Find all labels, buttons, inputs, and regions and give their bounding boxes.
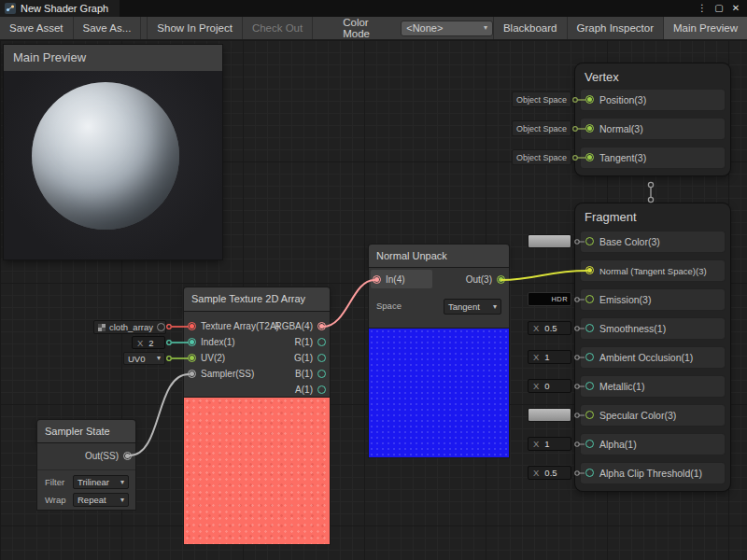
port-label: Out(SS) bbox=[85, 451, 119, 461]
menu-icon[interactable]: ⋮ bbox=[696, 0, 709, 17]
vertex-row-tangent[interactable]: Tangent(3) bbox=[581, 147, 725, 168]
fragment-row-ambient-occlusion[interactable]: Ambient Occlusion(1) bbox=[581, 347, 725, 368]
fragment-row-alpha-clip[interactable]: Alpha Clip Threshold(1) bbox=[581, 463, 725, 483]
save-asset-button[interactable]: Save Asset bbox=[0, 17, 74, 39]
maximize-icon[interactable]: ▢ bbox=[712, 0, 726, 17]
output-row: Out(3) bbox=[462, 272, 509, 287]
port-a-output[interactable] bbox=[317, 385, 326, 394]
port-ambient-occlusion[interactable] bbox=[585, 353, 594, 361]
object-space-tag[interactable]: Object Space bbox=[512, 120, 571, 136]
check-out-button: Check Out bbox=[243, 17, 313, 39]
x-label: X bbox=[137, 338, 143, 348]
port-b-output[interactable] bbox=[317, 370, 326, 378]
port-metallic[interactable] bbox=[585, 382, 594, 390]
port-emission[interactable] bbox=[585, 295, 594, 303]
row-label: Normal (Tangent Space)(3) bbox=[599, 266, 707, 276]
output-row: G(1) bbox=[290, 350, 330, 366]
ambient-occlusion-value: 1 bbox=[544, 352, 549, 362]
show-in-project-button[interactable]: Show In Project bbox=[147, 17, 243, 39]
port-specular-color[interactable] bbox=[585, 411, 594, 419]
port-out-output[interactable] bbox=[497, 275, 505, 284]
graph-inspector-toggle[interactable]: Graph Inspector bbox=[567, 17, 663, 39]
port-g-output[interactable] bbox=[317, 354, 326, 362]
save-as-button[interactable]: Save As... bbox=[74, 17, 142, 39]
object-picker-icon[interactable] bbox=[157, 323, 165, 331]
port-base-color[interactable] bbox=[585, 237, 594, 245]
port-alpha-clip-threshold[interactable] bbox=[585, 469, 594, 477]
fragment-row-smoothness[interactable]: Smoothness(1) bbox=[581, 318, 725, 339]
index-value-field[interactable]: X 2 bbox=[132, 336, 165, 349]
row-label: Position(3) bbox=[599, 94, 646, 105]
row-label: Alpha(1) bbox=[599, 439, 637, 450]
port-tangent[interactable] bbox=[585, 153, 594, 161]
space-dropdown[interactable]: Tangent ▾ bbox=[444, 299, 501, 315]
port-position[interactable] bbox=[585, 95, 594, 104]
row-label: Normal(3) bbox=[599, 123, 643, 134]
uv-channel-dropdown[interactable]: UV0 ▾ bbox=[123, 352, 165, 365]
color-mode-dropdown[interactable]: <None> ▾ bbox=[401, 21, 493, 36]
fragment-block[interactable]: Fragment Base Color(3) Normal (Tangent S… bbox=[575, 203, 730, 491]
fragment-row-emission[interactable]: Emission(3) bbox=[581, 289, 725, 310]
port-normal[interactable] bbox=[585, 124, 594, 133]
row-label: Ambient Occlusion(1) bbox=[599, 352, 693, 363]
row-label: Smoothness(1) bbox=[599, 323, 666, 334]
sample-texture-node-header[interactable]: Sample Texture 2D Array bbox=[184, 287, 330, 311]
document-tab[interactable]: New Shader Graph bbox=[0, 0, 120, 17]
window-title: New Shader Graph bbox=[21, 3, 108, 14]
output-row: B(1) bbox=[291, 366, 330, 382]
emission-hdr-swatch[interactable]: HDR bbox=[528, 292, 571, 306]
filter-dropdown[interactable]: Trilinear ▾ bbox=[73, 475, 129, 489]
vertex-row-normal[interactable]: Normal(3) bbox=[581, 119, 725, 139]
alpha-clip-field[interactable]: X 0.5 bbox=[528, 466, 571, 480]
input-row: Texture Array(T2A) bbox=[184, 318, 283, 334]
tag-label: Object Space bbox=[516, 153, 567, 162]
port-in-input[interactable] bbox=[373, 275, 381, 284]
fragment-row-specular-color[interactable]: Specular Color(3) bbox=[581, 405, 725, 426]
fragment-row-metallic[interactable]: Metallic(1) bbox=[581, 376, 725, 397]
port-texture-array-input[interactable] bbox=[188, 322, 196, 330]
input-row: UV(2) bbox=[184, 350, 229, 366]
port-label: R(1) bbox=[295, 337, 313, 347]
port-uv-input[interactable] bbox=[188, 354, 196, 362]
alpha-field[interactable]: X 1 bbox=[528, 437, 571, 451]
main-preview-viewport[interactable] bbox=[4, 71, 222, 259]
texture-asset-field[interactable]: cloth_array bbox=[93, 320, 166, 334]
sampler-state-node-header[interactable]: Sampler State bbox=[37, 420, 135, 443]
port-sampler-out[interactable] bbox=[123, 452, 132, 460]
color-mode-value: <None> bbox=[406, 22, 443, 34]
base-color-swatch[interactable] bbox=[528, 234, 571, 248]
vertex-block[interactable]: Vertex Position(3) Normal(3) Tangent(3) bbox=[575, 63, 730, 175]
x-label: X bbox=[533, 439, 539, 449]
port-alpha[interactable] bbox=[585, 440, 594, 448]
port-smoothness[interactable] bbox=[585, 324, 594, 332]
port-sampler-input[interactable] bbox=[188, 370, 196, 378]
object-space-tag[interactable]: Object Space bbox=[512, 91, 571, 107]
wrap-dropdown[interactable]: Repeat ▾ bbox=[73, 493, 129, 507]
output-row: R(1) bbox=[291, 334, 330, 350]
vertex-row-position[interactable]: Position(3) bbox=[581, 90, 725, 110]
specular-color-swatch[interactable] bbox=[528, 408, 571, 422]
object-space-tag[interactable]: Object Space bbox=[512, 149, 571, 165]
normal-unpack-node-header[interactable]: Normal Unpack bbox=[369, 245, 509, 268]
texture-icon bbox=[98, 324, 106, 331]
blackboard-toggle[interactable]: Blackboard bbox=[493, 17, 567, 39]
row-label: Emission(3) bbox=[599, 294, 651, 305]
sampler-state-node-body: Out(SS) Filter Trilinear ▾ Wrap Repeat ▾ bbox=[37, 443, 135, 510]
main-preview-header[interactable]: Main Preview bbox=[4, 45, 222, 71]
metallic-field[interactable]: X 0 bbox=[528, 379, 571, 393]
smoothness-field[interactable]: X 0.5 bbox=[528, 321, 571, 335]
close-icon[interactable]: ✕ bbox=[729, 0, 742, 17]
port-index-input[interactable] bbox=[188, 338, 196, 346]
fragment-row-base-color[interactable]: Base Color(3) bbox=[581, 231, 725, 252]
port-normal-tangent-space[interactable] bbox=[585, 266, 594, 274]
port-r-output[interactable] bbox=[317, 338, 326, 346]
ambient-occlusion-field[interactable]: X 1 bbox=[528, 350, 571, 364]
fragment-row-alpha[interactable]: Alpha(1) bbox=[581, 434, 725, 455]
fragment-row-normal[interactable]: Normal (Tangent Space)(3) bbox=[581, 260, 725, 281]
window-controls: ⋮ ▢ ✕ bbox=[696, 0, 747, 17]
port-rgba-output[interactable] bbox=[317, 322, 326, 330]
alpha-value: 1 bbox=[544, 439, 549, 449]
x-label: X bbox=[533, 468, 539, 478]
main-preview-toggle[interactable]: Main Preview bbox=[663, 17, 747, 39]
port-label: UV(2) bbox=[201, 353, 225, 363]
